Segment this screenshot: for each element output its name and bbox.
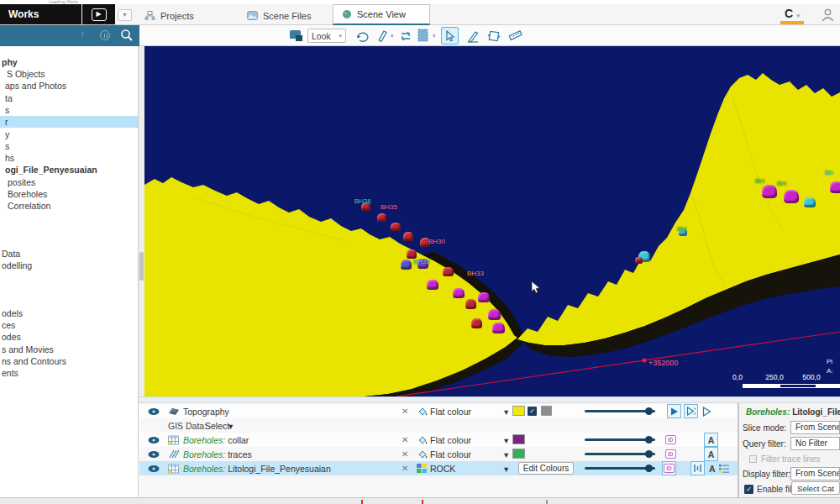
- borehole-cylinder[interactable]: [762, 185, 777, 198]
- slider-handle[interactable]: [645, 407, 653, 415]
- scene-viewport[interactable]: BH36BH35BH30BH32BH33BHBHBHBh +352000 0,0…: [144, 46, 840, 396]
- remove-layer-icon[interactable]: ✕: [402, 447, 408, 461]
- borehole-cylinder[interactable]: [403, 232, 413, 241]
- tab-scene-view[interactable]: Scene View: [333, 4, 430, 25]
- text-labels-button[interactable]: A: [704, 433, 718, 447]
- layer-row-topography[interactable]: Topography ✕ Flat colour ▾ ✓: [139, 404, 738, 418]
- tree-item[interactable]: hs: [0, 152, 138, 164]
- rotate-view-icon[interactable]: [354, 28, 371, 44]
- tree-item[interactable]: ces: [0, 319, 138, 331]
- id-labels-icon[interactable]: ID: [665, 435, 676, 444]
- draw-plane-icon[interactable]: [466, 28, 480, 44]
- borehole-cylinder[interactable]: [830, 181, 840, 193]
- borehole-cylinder[interactable]: [471, 318, 482, 328]
- id-labels-button[interactable]: ID: [662, 461, 676, 475]
- opacity-slider[interactable]: [585, 438, 655, 441]
- legend-icon[interactable]: [719, 461, 729, 475]
- remove-layer-icon[interactable]: ✕: [402, 433, 408, 447]
- tree-scrollbar[interactable]: [139, 46, 144, 396]
- filter-trace-lines-checkbox[interactable]: [749, 455, 757, 463]
- slice-mode-dropdown[interactable]: From Scene: [790, 421, 840, 434]
- chevron-down-icon[interactable]: ▾: [504, 404, 508, 418]
- tree-item[interactable]: y: [0, 129, 138, 140]
- borehole-cylinder[interactable]: [478, 292, 490, 302]
- look-dropdown[interactable]: Look ▾: [307, 29, 346, 43]
- display-filter-dropdown[interactable]: From Scene: [790, 467, 840, 480]
- tree-item[interactable]: phy: [0, 56, 138, 68]
- tree-item[interactable]: s: [0, 140, 138, 152]
- opacity-slider[interactable]: [585, 467, 655, 470]
- play-button[interactable]: ▶: [82, 4, 115, 24]
- loop-slice-icon[interactable]: [398, 28, 413, 44]
- traces-colour-swatch[interactable]: [512, 449, 525, 459]
- opacity-slider[interactable]: [585, 410, 655, 412]
- chevron-down-icon[interactable]: ▾: [391, 33, 394, 39]
- layer-row-litologi[interactable]: Boreholes: Litologi_File_Penyesuaian ✕ R…: [139, 461, 738, 475]
- legend-checkbox[interactable]: ✓: [528, 407, 537, 416]
- select-categories-button[interactable]: Select Cat: [791, 481, 840, 495]
- borehole-cylinder[interactable]: [465, 299, 476, 309]
- tab-projects[interactable]: Projects: [136, 6, 239, 25]
- tree-item[interactable]: Boreholes: [0, 188, 138, 200]
- id-labels-icon[interactable]: ID: [665, 449, 676, 459]
- borehole-cylinder[interactable]: [635, 257, 643, 264]
- borehole-cylinder[interactable]: [492, 323, 505, 333]
- remove-layer-icon[interactable]: ✕: [402, 404, 408, 418]
- user-profile-icon[interactable]: [821, 8, 835, 22]
- colour-mode-value[interactable]: Flat colour: [430, 433, 471, 447]
- collar-colour-swatch[interactable]: [512, 434, 525, 444]
- slice-box-icon[interactable]: [417, 28, 430, 44]
- slider-handle[interactable]: [645, 436, 653, 444]
- tree-item[interactable]: posites: [0, 176, 138, 188]
- draw-slicer-icon[interactable]: [375, 28, 389, 44]
- remove-layer-icon[interactable]: ✕: [402, 461, 408, 475]
- search-icon[interactable]: [120, 29, 134, 42]
- layer-row-collar[interactable]: Boreholes: collar ✕ Flat colour ▾ ID A: [139, 433, 738, 447]
- borehole-cylinder[interactable]: [784, 190, 799, 203]
- colour-mode-value[interactable]: Flat colour: [430, 447, 471, 461]
- pause-icon[interactable]: [100, 30, 110, 40]
- tree-item[interactable]: s and Movies: [0, 344, 138, 355]
- borehole-cylinder[interactable]: [804, 197, 816, 207]
- copy-scene-snapshot-button[interactable]: [287, 28, 306, 44]
- secondary-colour-swatch[interactable]: [541, 406, 552, 416]
- chevron-down-icon[interactable]: ▾: [504, 461, 508, 475]
- borehole-cylinder[interactable]: [377, 213, 386, 222]
- tab-scene-files[interactable]: Scene Files: [239, 6, 333, 25]
- text-labels-button[interactable]: A: [704, 447, 718, 461]
- tree-item[interactable]: odels: [0, 307, 138, 319]
- query-filter-dropdown[interactable]: No Filter: [790, 437, 840, 450]
- chevron-down-icon[interactable]: ▾: [504, 433, 508, 447]
- scrollbar-thumb[interactable]: [139, 252, 144, 281]
- tree-item[interactable]: ogi_File_Penyesuaian: [0, 164, 138, 176]
- interval-scale-button[interactable]: [690, 461, 705, 475]
- layer-row-traces[interactable]: Boreholes: traces ✕ Flat colour ▾ ID A: [139, 447, 738, 461]
- gis-select-dropdown[interactable]: Select: [205, 418, 229, 433]
- tree-item[interactable]: odes: [0, 331, 138, 343]
- visibility-eye-icon[interactable]: [148, 404, 160, 418]
- ruler-icon[interactable]: [507, 28, 522, 44]
- render-movie-button[interactable]: [684, 404, 698, 418]
- tree-item[interactable]: s: [0, 104, 138, 116]
- visibility-eye-icon[interactable]: [148, 433, 160, 447]
- edit-colours-button[interactable]: Edit Colours: [518, 462, 574, 475]
- tree-item[interactable]: Data: [0, 248, 138, 260]
- tree-item[interactable]: ns and Contours: [0, 355, 138, 367]
- outline-play-icon[interactable]: [702, 404, 711, 418]
- borehole-cylinder[interactable]: [453, 288, 465, 298]
- borehole-cylinder[interactable]: [443, 267, 454, 276]
- account-logo[interactable]: C ▾: [780, 6, 805, 24]
- chevron-down-icon[interactable]: ▾: [433, 33, 436, 39]
- tree-item[interactable]: r: [0, 116, 138, 128]
- colour-mode-value[interactable]: Flat colour: [430, 404, 471, 418]
- colour-mode-value[interactable]: ROCK: [430, 461, 455, 475]
- expand-menu-button[interactable]: ▾: [118, 9, 132, 21]
- move-plane-icon[interactable]: [486, 28, 501, 44]
- text-labels-icon[interactable]: A: [709, 464, 716, 474]
- tree-item[interactable]: ta: [0, 92, 138, 104]
- topography-colour-swatch[interactable]: [512, 406, 525, 416]
- borehole-cylinder[interactable]: [401, 260, 412, 270]
- borehole-cylinder[interactable]: [427, 280, 438, 290]
- borehole-cylinder[interactable]: [391, 223, 401, 231]
- tree-item[interactable]: Correlation: [0, 200, 138, 212]
